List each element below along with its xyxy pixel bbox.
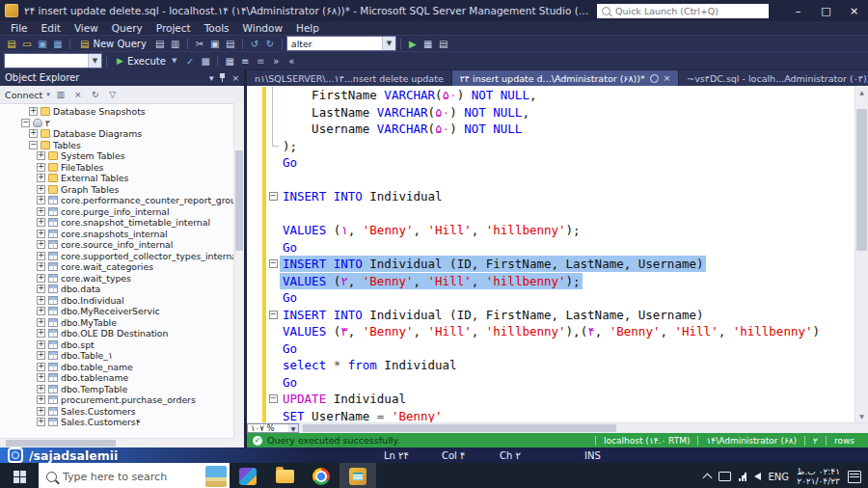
code-line[interactable] [247, 172, 855, 189]
code-line[interactable]: Go [247, 340, 855, 358]
expander-icon[interactable]: + [37, 351, 45, 360]
code-line[interactable]: −UPDATE Individual [247, 391, 855, 408]
taskbar-app-media[interactable] [230, 463, 266, 488]
collapse-icon[interactable]: − [269, 311, 278, 319]
tree-item[interactable]: +core.purge_info_internal [0, 206, 244, 218]
close-icon[interactable]: × [664, 73, 671, 83]
results-grid-icon[interactable]: ▦ [420, 37, 436, 50]
clock[interactable]: ۰۲:۴۱ ب.ظ ۲۰۲۱/۰۴/۲۳ [797, 467, 840, 486]
expander-icon[interactable]: + [37, 395, 45, 404]
server-icon[interactable]: ▥ [54, 89, 68, 101]
close-button[interactable]: × [840, 0, 868, 21]
tree-item[interactable]: −Tables [0, 140, 244, 151]
tree-item[interactable]: +Graph Tables [0, 184, 244, 196]
expander-icon[interactable]: + [37, 230, 45, 238]
tree-item[interactable]: +Sales.Customers [0, 406, 244, 418]
stop-icon[interactable]: ■ [198, 54, 213, 68]
collapse-icon[interactable]: − [269, 259, 278, 268]
copy-icon[interactable]: ▣ [207, 37, 223, 50]
tree-item[interactable]: +System Tables [0, 150, 244, 162]
filter-icon[interactable]: ▽ [106, 89, 120, 101]
tree-item[interactable]: +core.source_info_internal [0, 239, 244, 251]
expander-icon[interactable]: + [37, 340, 45, 349]
expander-icon[interactable]: − [29, 141, 38, 149]
minimize-button[interactable]: – [784, 0, 812, 21]
tree-item[interactable]: +Database Snapshots [0, 106, 244, 118]
open-file-icon[interactable]: ▭ [19, 37, 35, 50]
tree-item[interactable]: +core.wait_types [0, 273, 244, 285]
tree-item[interactable]: +dbo.table_name [0, 362, 244, 373]
expander-icon[interactable]: + [37, 318, 45, 327]
taskbar-app-ssms[interactable] [339, 463, 376, 488]
code-line[interactable]: −INSERT INTO Individual (ID, FirstName, … [247, 256, 855, 273]
volume-icon[interactable] [754, 473, 761, 480]
tree-item[interactable]: +dbo.spt [0, 339, 244, 351]
action-center-icon[interactable] [848, 471, 861, 483]
monitor-icon[interactable] [719, 472, 731, 481]
chevron-down-icon[interactable]: ▼ [88, 54, 101, 68]
expander-icon[interactable]: + [37, 196, 45, 204]
expander-icon[interactable]: + [37, 240, 45, 249]
expander-icon[interactable]: + [37, 307, 45, 315]
code-line[interactable]: Username VARCHAR(۵۰) NOT NULL [247, 121, 855, 138]
code-line[interactable]: Go [247, 154, 855, 172]
pin-icon[interactable] [220, 73, 225, 82]
database-combo[interactable]: alter▼ [286, 36, 396, 51]
scroll-down-icon[interactable]: ▼ [855, 410, 868, 422]
refresh-icon[interactable]: ↻ [89, 89, 102, 101]
parse-icon[interactable]: ✓ [182, 54, 198, 68]
tree-item[interactable]: +dbo.Individual [0, 295, 244, 307]
tree-item[interactable]: +core.supported_collector_types_internal [0, 251, 244, 262]
code-line[interactable]: VALUES (۲, 'Benny', 'Hill', 'hillbenny')… [247, 273, 855, 290]
editor-vscrollbar[interactable]: ▲ ▼ [854, 86, 868, 422]
expander-icon[interactable]: + [37, 296, 45, 305]
tree-item[interactable]: +dbo.MyReceiverServic [0, 306, 244, 317]
tree-item[interactable]: +dbo.Table_۱ [0, 350, 244, 362]
taskbar-app-file-explorer[interactable] [266, 463, 303, 488]
tree-item[interactable]: +core.snapshot_timetable_internal [0, 217, 244, 229]
tree-item[interactable]: +External Tables [0, 173, 244, 184]
tree-item[interactable]: +dbo.tablename [0, 372, 244, 384]
code-line[interactable]: −INSERT INTO Individual (ID, FirstName, … [247, 307, 855, 324]
code-line[interactable]: Go [247, 374, 855, 392]
tree-item[interactable]: +dbo.TempTable [0, 384, 244, 395]
expander-icon[interactable]: − [21, 119, 30, 127]
tree-item[interactable]: +dbo.MyTable [0, 317, 244, 329]
expander-icon[interactable]: + [37, 385, 45, 393]
menu-item-project[interactable]: Project [149, 22, 198, 34]
tree-item[interactable]: +FileTables [0, 162, 244, 174]
execute-button[interactable]: ▶Execute▼ [111, 56, 182, 67]
options-icon[interactable]: ▤ [436, 37, 451, 50]
code-line[interactable]: LastName VARCHAR(۵۰) NOT NULL, [247, 104, 855, 122]
expander-icon[interactable]: + [37, 418, 45, 426]
object-explorer-hscrollbar[interactable] [0, 438, 244, 447]
expander-icon[interactable]: + [37, 207, 45, 216]
tray-expand-icon[interactable] [702, 474, 712, 483]
quick-launch-input[interactable]: Quick Launch (Ctrl+Q) [597, 4, 769, 18]
chevron-down-icon[interactable]: ▾ [46, 91, 50, 98]
comment-icon[interactable]: ≡ [237, 54, 253, 68]
search-highlight-image[interactable] [205, 466, 227, 487]
outdent-icon[interactable]: « [284, 54, 299, 68]
scrollbar-thumb[interactable] [235, 150, 243, 251]
start-button[interactable] [0, 463, 39, 488]
new-query-button[interactable]: ▤New Query [74, 39, 152, 49]
code-line[interactable]: −INSERT INTO Individual [247, 188, 855, 205]
new-document-icon[interactable]: ▤ [152, 37, 168, 50]
tree-item[interactable]: +core.wait_categories [0, 261, 244, 273]
scrollbar-thumb[interactable] [856, 109, 867, 251]
collapse-icon[interactable]: − [269, 394, 278, 403]
document-tab-2[interactable]: ۲۴ insert update d...\Administrator (۶۸)… [452, 70, 679, 86]
undo-icon[interactable]: ↺ [247, 37, 262, 50]
expander-icon[interactable]: + [37, 285, 45, 293]
expander-icon[interactable]: + [37, 252, 45, 260]
expander-icon[interactable]: + [37, 218, 45, 227]
chevron-down-icon[interactable]: ▾ [209, 73, 214, 83]
expander-icon[interactable]: + [37, 363, 45, 371]
document-tab-3[interactable]: ~vs۴DC.sql - localh...Administrator (۰۴)… [679, 70, 868, 86]
indent-icon[interactable]: » [268, 54, 284, 68]
expander-icon[interactable]: + [37, 262, 45, 271]
tree-item[interactable]: +dbo.data [0, 284, 244, 295]
expander-icon[interactable]: + [37, 329, 45, 338]
menu-item-edit[interactable]: Edit [35, 22, 68, 34]
